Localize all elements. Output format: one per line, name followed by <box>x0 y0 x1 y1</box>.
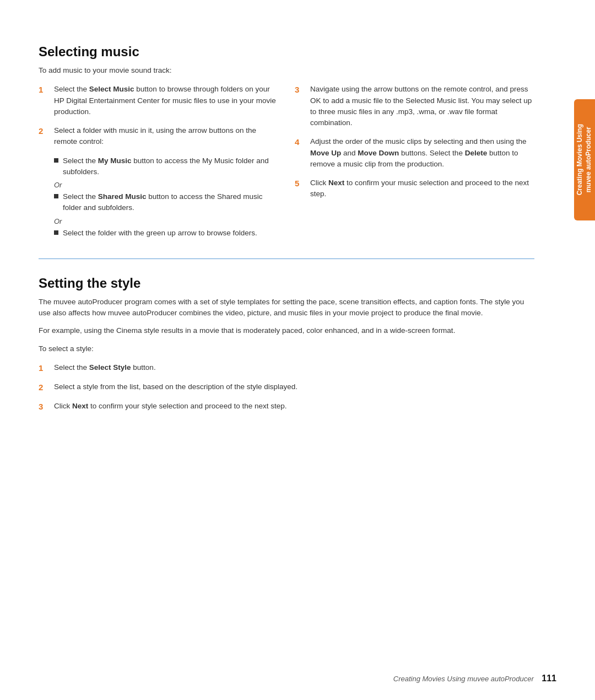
left-steps: 1 Select the Select Music button to brow… <box>39 84 278 147</box>
page-content: Selecting music To add music to your mov… <box>39 44 534 667</box>
section1-title: Selecting music <box>39 44 534 60</box>
section1-intro: To add music to your movie sound track: <box>39 65 534 76</box>
or-text-1: Or <box>54 181 278 189</box>
step2: 2 Select a folder with music in it, usin… <box>39 125 278 148</box>
right-steps: 3 Navigate using the arrow buttons on th… <box>295 84 534 200</box>
step4-text: Adjust the order of the music clips by s… <box>310 136 534 170</box>
style-step1: 1 Select the Select Style button. <box>39 362 534 374</box>
style-step2-num: 2 <box>39 381 51 393</box>
setting-style-section: Setting the style The muvee autoProducer… <box>39 276 534 412</box>
step3-text: Navigate using the arrow buttons on the … <box>310 84 534 128</box>
step3-num: 3 <box>295 84 307 95</box>
bullet-icon-3 <box>54 230 58 235</box>
sub-list-2: Select the Shared Music button to access… <box>54 191 278 214</box>
step3: 3 Navigate using the arrow buttons on th… <box>295 84 534 128</box>
style-step2: 2 Select a style from the list, based on… <box>39 381 534 393</box>
side-tab: Creating Movies Using muvee autoProducer <box>574 99 595 220</box>
step1: 1 Select the Select Music button to brow… <box>39 84 278 117</box>
section-divider <box>39 259 534 259</box>
style-step1-num: 1 <box>39 362 51 374</box>
bullet-icon-2 <box>54 194 58 198</box>
style-step2-text: Select a style from the list, based on t… <box>54 381 534 392</box>
sub-list: Select the My Music button to access the… <box>54 155 278 178</box>
selecting-music-section: Selecting music To add music to your mov… <box>39 44 534 242</box>
step5: 5 Click Next to confirm your music selec… <box>295 177 534 200</box>
step1-num: 1 <box>39 84 51 95</box>
style-steps: 1 Select the Select Style button. 2 Sele… <box>39 362 534 412</box>
two-col-layout: 1 Select the Select Music button to brow… <box>39 84 534 242</box>
section2-para2: For example, using the Cinema style resu… <box>39 325 534 336</box>
right-column: 3 Navigate using the arrow buttons on th… <box>295 84 534 242</box>
section2-para1: The muvee autoProducer program comes wit… <box>39 297 534 319</box>
or-text-2: Or <box>54 217 278 225</box>
sub-item-mymusic-text: Select the My Music button to access the… <box>63 155 278 178</box>
section2-title: Setting the style <box>39 276 534 291</box>
sub-item-sharedmusic-text: Select the Shared Music button to access… <box>63 191 278 214</box>
sub-item-folder: Select the folder with the green up arro… <box>54 228 278 239</box>
section2-intro: To select a style: <box>39 343 534 354</box>
left-column: 1 Select the Select Music button to brow… <box>39 84 278 242</box>
step1-text: Select the Select Music button to browse… <box>54 84 278 117</box>
step4-num: 4 <box>295 136 307 148</box>
side-tab-text: Creating Movies Using muvee autoProducer <box>576 124 593 195</box>
step5-num: 5 <box>295 177 307 189</box>
footer: Creating Movies Using muvee autoProducer… <box>393 674 556 683</box>
sub-item-folder-text: Select the folder with the green up arro… <box>63 228 257 239</box>
style-step1-text: Select the Select Style button. <box>54 362 534 373</box>
sub-list-3: Select the folder with the green up arro… <box>54 228 278 239</box>
step5-text: Click Next to confirm your music selecti… <box>310 177 534 200</box>
step4: 4 Adjust the order of the music clips by… <box>295 136 534 170</box>
style-step3-num: 3 <box>39 401 51 412</box>
footer-label: Creating Movies Using muvee autoProducer <box>393 675 534 683</box>
sub-item-mymusic: Select the My Music button to access the… <box>54 155 278 178</box>
style-step3: 3 Click Next to confirm your style selec… <box>39 401 534 412</box>
footer-page-num: 111 <box>542 674 556 683</box>
bullet-icon <box>54 158 58 163</box>
sub-item-sharedmusic: Select the Shared Music button to access… <box>54 191 278 214</box>
step2-num: 2 <box>39 125 51 137</box>
style-step3-text: Click Next to confirm your style selecti… <box>54 401 534 412</box>
step2-text: Select a folder with music in it, using … <box>54 125 278 148</box>
